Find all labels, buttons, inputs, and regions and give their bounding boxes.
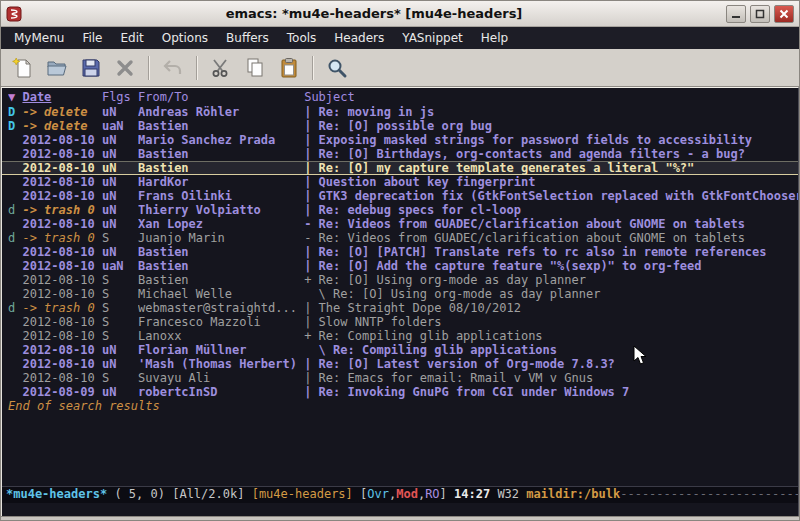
- message-row[interactable]: 2012-08-10 uN 'Mash (Thomas Herbert) | R…: [2, 357, 798, 371]
- close-buffer-button[interactable]: [109, 52, 141, 84]
- menu-item-buffers[interactable]: Buffers: [217, 29, 278, 47]
- subject-cell: | Re: [O] my capture template generates …: [304, 161, 798, 175]
- modeline-segment-plain: ]: [440, 487, 454, 501]
- emacs-window: emacs: *mu4e-headers* [mu4e-headers] MyM…: [0, 0, 800, 521]
- buffer-empty-space: [2, 413, 798, 486]
- menu-item-options[interactable]: Options: [153, 29, 217, 47]
- message-row[interactable]: D -> delete uN Andreas Röhler | Re: movi…: [2, 105, 798, 119]
- message-row[interactable]: 2012-08-10 S Suvayu Ali | Re: Emacs for …: [2, 371, 798, 385]
- modeline-segment-maildir: maildir:/bulk: [526, 487, 620, 501]
- flags-cell: S: [102, 315, 138, 329]
- minimize-icon: [731, 9, 741, 19]
- column-header-from[interactable]: From/To: [138, 90, 304, 104]
- from-cell: Suvayu Ali: [138, 371, 304, 385]
- from-cell: Thierry Volpiatto: [138, 203, 304, 217]
- message-row[interactable]: 2012-08-10 uN Bastien | Re: [O] [PATCH] …: [2, 245, 798, 259]
- date-cell: 2012-08-10: [22, 371, 101, 385]
- message-row[interactable]: 2012-08-10 uN Florian Müllner \ Re: Comp…: [2, 343, 798, 357]
- mark-cell: [8, 161, 22, 175]
- column-header-flags[interactable]: Flgs: [102, 90, 138, 104]
- modeline-segment-time: 14:27: [454, 487, 497, 501]
- close-button[interactable]: [774, 5, 794, 23]
- flags-cell: S: [102, 273, 138, 287]
- message-row[interactable]: d -> trash 0 uN Thierry Volpiatto | Re: …: [2, 203, 798, 217]
- menubar: MyMenuFileEditOptionsBuffersToolsHeaders…: [1, 27, 799, 49]
- date-cell: 2012-08-10: [22, 217, 101, 231]
- copy-button[interactable]: [239, 52, 271, 84]
- menu-item-tools[interactable]: Tools: [278, 29, 326, 47]
- column-header-date[interactable]: Date: [22, 90, 101, 104]
- modeline-segment-buffer: *mu4e-headers*: [6, 487, 107, 501]
- from-cell: Mario Sanchez Prada: [138, 133, 304, 147]
- flags-cell: uN: [102, 217, 138, 231]
- modeline-segment-dashes: ----------------------------------------…: [620, 487, 798, 501]
- subject-cell: + Re: [O] Using org-mode as day planner: [304, 273, 798, 287]
- new-file-button[interactable]: [7, 52, 39, 84]
- mark-cell: [8, 315, 22, 329]
- message-row[interactable]: d -> trash 0 S webmaster@straightd... | …: [2, 301, 798, 315]
- message-row[interactable]: 2012-08-10 S Francesco Mazzoli | Slow NN…: [2, 315, 798, 329]
- date-cell: 2012-08-10: [22, 133, 101, 147]
- copy-icon: [243, 56, 267, 80]
- menu-item-help[interactable]: Help: [472, 29, 517, 47]
- search-button[interactable]: [321, 52, 353, 84]
- message-row[interactable]: 2012-08-10 uN HardKor | Question about k…: [2, 175, 798, 189]
- save-button[interactable]: [75, 52, 107, 84]
- mark-cell: [8, 245, 22, 259]
- date-cell: 2012-08-10: [22, 161, 101, 175]
- menu-item-edit[interactable]: Edit: [112, 29, 153, 47]
- mark-cell: D: [8, 105, 22, 119]
- end-of-results-text: End of search results: [2, 399, 798, 413]
- message-row[interactable]: 2012-08-10 uN Frans Oilinki | GTK3 depre…: [2, 189, 798, 203]
- new-file-icon: [11, 56, 35, 80]
- cut-button[interactable]: [205, 52, 237, 84]
- message-row[interactable]: 2012-08-10 uN Xan Lopez - Re: Videos fro…: [2, 217, 798, 231]
- flags-cell: uN: [102, 189, 138, 203]
- flags-cell: S: [102, 231, 138, 245]
- message-row[interactable]: 2012-08-10 S Bastien + Re: [O] Using org…: [2, 273, 798, 287]
- message-row[interactable]: 2012-08-10 uN Bastien | Re: [O] my captu…: [2, 161, 798, 175]
- from-cell: Bastien: [138, 245, 304, 259]
- message-row[interactable]: D -> delete uaN Bastien | Re: [O] possib…: [2, 119, 798, 133]
- modeline: *mu4e-headers* ( 5, 0) [All/2.0k] [mu4e-…: [2, 486, 798, 503]
- subject-cell: | Question about key fingerprint: [304, 175, 798, 189]
- message-row[interactable]: 2012-08-09 uN robertcInSD | Re: Invoking…: [2, 385, 798, 399]
- undo-button[interactable]: [157, 52, 189, 84]
- modeline-segment-plain: [All/2.0k]: [172, 487, 251, 501]
- flags-cell: uN: [102, 343, 138, 357]
- menu-item-mymenu[interactable]: MyMenu: [5, 29, 73, 47]
- titlebar[interactable]: emacs: *mu4e-headers* [mu4e-headers]: [1, 1, 799, 27]
- mark-cell: [8, 175, 22, 189]
- minimize-button[interactable]: [726, 5, 746, 23]
- menu-item-yasnippet[interactable]: YASnippet: [393, 29, 472, 47]
- paste-button[interactable]: [273, 52, 305, 84]
- message-row[interactable]: 2012-08-10 uN Bastien | Re: [O] Birthday…: [2, 147, 798, 161]
- mark-cell: d: [8, 203, 22, 217]
- toolbar-separator: [196, 56, 198, 80]
- flags-cell: S: [102, 301, 138, 315]
- from-cell: webmaster@straightd...: [138, 301, 304, 315]
- maximize-button[interactable]: [750, 5, 770, 23]
- message-row[interactable]: 2012-08-10 uN Mario Sanchez Prada | Expo…: [2, 133, 798, 147]
- menu-item-headers[interactable]: Headers: [325, 29, 393, 47]
- message-row[interactable]: 2012-08-10 S Lanoxx + Re: Compiling glib…: [2, 329, 798, 343]
- flags-cell: S: [102, 287, 138, 301]
- date-cell: 2012-08-10: [22, 287, 101, 301]
- modeline-segment-folder: [mu4e-headers]: [252, 487, 360, 501]
- flags-cell: uN: [102, 147, 138, 161]
- mu4e-headers-buffer: ▼ Date Flgs From/To Subject D -> delete …: [1, 87, 799, 516]
- message-row[interactable]: d -> trash 0 S Juanjo Marin - Re: Videos…: [2, 231, 798, 245]
- subject-cell: \ Re: [O] Using org-mode as day planner: [304, 287, 798, 301]
- mark-cell: [8, 273, 22, 287]
- echo-area[interactable]: [2, 503, 798, 516]
- message-row[interactable]: 2012-08-10 uaN Bastien | Re: [O] Add the…: [2, 259, 798, 273]
- menu-item-file[interactable]: File: [73, 29, 111, 47]
- open-file-button[interactable]: [41, 52, 73, 84]
- message-row[interactable]: 2012-08-10 S Michael Welle \ Re: [O] Usi…: [2, 287, 798, 301]
- subject-cell: | Re: [O] possible org bug: [304, 119, 798, 133]
- from-cell: Francesco Mazzoli: [138, 315, 304, 329]
- emacs-window-icon: [6, 6, 22, 22]
- mark-cell: [8, 385, 22, 399]
- date-cell: -> delete: [22, 105, 101, 119]
- column-header-subject[interactable]: Subject: [304, 90, 798, 104]
